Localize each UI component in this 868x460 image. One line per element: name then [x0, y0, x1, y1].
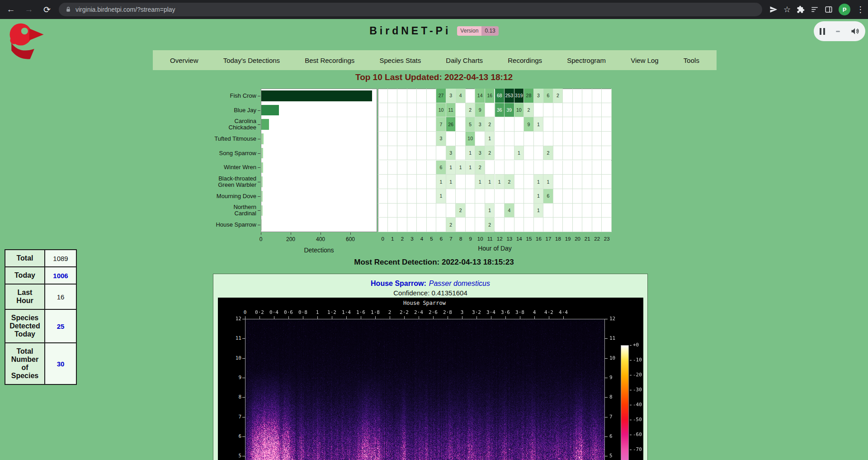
spec-x-tick-label: 4·4	[556, 309, 571, 315]
heatmap-cell	[592, 189, 602, 204]
heatmap-cell	[466, 204, 476, 218]
heatmap-cell	[466, 89, 476, 103]
browser-toolbar: ← → ⟳ virginia.birdnetpi.com/?stream=pla…	[0, 0, 868, 19]
extensions-icon[interactable]	[797, 5, 805, 14]
hour-tick-label: 23	[601, 236, 612, 242]
spec-y-tick-label: 10	[228, 355, 241, 361]
bar	[261, 148, 263, 159]
stats-value-link[interactable]: 1006	[53, 272, 68, 280]
spec-db-tick	[630, 375, 632, 375]
heatmap-cell: 10	[436, 103, 446, 118]
spec-x-tick-label: 0·4	[267, 309, 281, 315]
heatmap-cell	[427, 132, 437, 146]
bar	[261, 105, 279, 116]
forward-icon[interactable]: →	[22, 2, 36, 17]
heatmap-cell: 14	[475, 89, 485, 103]
back-icon[interactable]: ←	[4, 2, 18, 17]
heatmap-cell	[456, 189, 466, 204]
pause-icon[interactable]	[820, 28, 825, 35]
spec-y-tick	[242, 378, 245, 378]
stats-label: Total	[5, 250, 45, 267]
detection-species-link[interactable]: House Sparrow:	[371, 280, 426, 287]
heatmap-cell	[543, 161, 553, 175]
reload-icon[interactable]: ⟳	[40, 2, 54, 17]
spec-db-tick-label: -30	[633, 387, 648, 393]
detection-scientific-name[interactable]: Passer domesticus	[429, 280, 490, 287]
heatmap-cell	[436, 204, 446, 218]
spec-db-tick-label: -50	[633, 417, 648, 422]
hour-tick-label: 15	[524, 236, 534, 242]
heatmap-cell	[573, 117, 583, 132]
detection-confidence: Confidence: 0.41351604	[213, 289, 647, 297]
spec-y-tick	[242, 319, 245, 319]
heatmap-cell	[475, 204, 485, 218]
heatmap-cell	[543, 204, 553, 218]
heatmap-cell	[553, 103, 563, 118]
heatmap-cell	[573, 204, 583, 218]
send-icon[interactable]	[769, 5, 778, 14]
spec-x-tick-label: 3·4	[484, 309, 498, 315]
heatmap-cell	[573, 89, 583, 103]
spectrogram-canvas	[245, 319, 605, 460]
spec-db-tick-label: -70	[633, 446, 648, 452]
side-panel-icon[interactable]	[825, 5, 833, 14]
volume-icon[interactable]	[850, 27, 859, 36]
heatmap-cell	[514, 175, 524, 189]
heatmap-cell	[388, 132, 398, 146]
stats-value-link[interactable]: 30	[57, 360, 65, 368]
heatmap-cell	[446, 132, 456, 146]
heatmap-cell	[524, 189, 534, 204]
stats-value: 25	[45, 309, 76, 343]
heatmap-cell: 3	[436, 132, 446, 146]
bookmark-star-icon[interactable]: ☆	[783, 5, 791, 14]
heatmap-cell	[475, 189, 485, 204]
stats-value-link[interactable]: 25	[57, 322, 65, 330]
spec-x-tick	[332, 316, 332, 319]
heatmap-cell: 1	[466, 146, 476, 161]
spec-x-tick	[505, 316, 506, 319]
heatmap-cell	[378, 204, 388, 218]
heatmap-cell	[446, 189, 456, 204]
heatmap-cell	[524, 175, 534, 189]
profile-avatar[interactable]: P	[839, 4, 850, 15]
heatmap-cell	[505, 218, 514, 232]
stats-row: Species Detected Today25	[5, 309, 76, 343]
spec-y-tick	[242, 397, 245, 398]
heatmap-cell: 68	[495, 89, 505, 103]
stats-value: 1089	[45, 250, 76, 267]
heatmap-cell	[543, 117, 553, 132]
audio-player[interactable]	[814, 21, 865, 41]
heatmap-cell: 2	[475, 161, 485, 175]
y-tick	[258, 167, 260, 168]
heatmap-cell	[397, 117, 407, 132]
heatmap-cell: 2	[553, 89, 563, 103]
x-tick	[350, 232, 351, 235]
heatmap-cell	[427, 103, 437, 118]
spec-x-tick	[520, 316, 520, 319]
spec-x-tick-label: 0·6	[281, 309, 296, 315]
stats-label: Last Hour	[5, 284, 45, 309]
heatmap-cell	[543, 103, 553, 118]
heatmap-cell	[514, 204, 524, 218]
address-bar[interactable]: virginia.birdnetpi.com/?stream=play	[59, 3, 762, 16]
heatmap-cell	[417, 132, 427, 146]
heatmap-cell	[514, 132, 524, 146]
heatmap-cell	[417, 175, 427, 189]
spec-db-tick	[630, 345, 632, 346]
reading-list-icon[interactable]	[811, 5, 819, 14]
heatmap-cell	[582, 175, 592, 189]
heatmap-cell	[505, 117, 514, 132]
heatmap-cell	[417, 117, 427, 132]
heatmap-cell	[407, 117, 417, 132]
heatmap-cell	[573, 189, 583, 204]
spec-db-tick	[630, 420, 632, 420]
y-tick	[258, 96, 260, 96]
heatmap-cell	[514, 189, 524, 204]
heatmap-cell: 1	[485, 175, 495, 189]
heatmap-cell	[407, 103, 417, 118]
stats-label: Today	[5, 267, 45, 284]
spec-x-tick	[245, 316, 245, 319]
spec-x-tick	[419, 316, 419, 319]
menu-icon[interactable]: ⋮	[856, 5, 864, 14]
heatmap-cell	[388, 103, 398, 118]
